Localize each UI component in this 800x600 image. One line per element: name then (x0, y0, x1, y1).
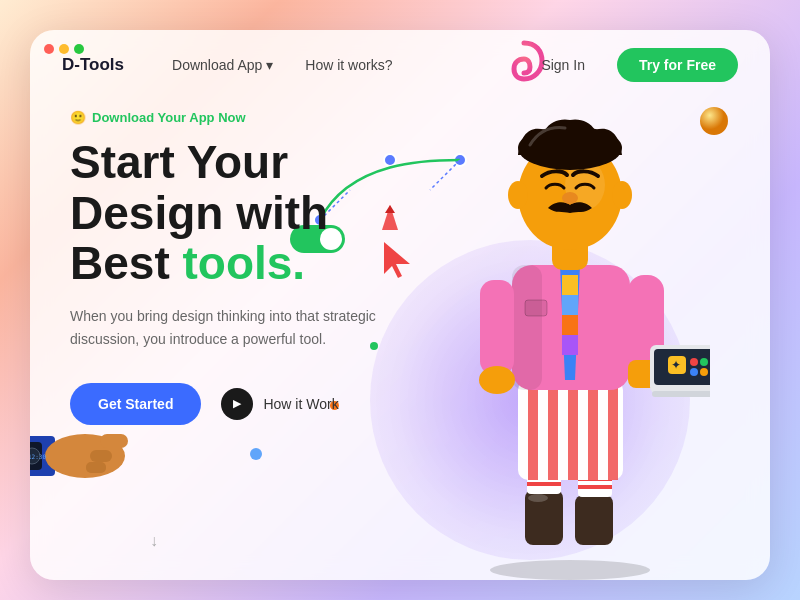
how-it-work-button[interactable]: ▶ How it Work (221, 388, 338, 420)
chevron-down-icon: ▾ (266, 57, 273, 73)
tag-emoji: 🙂 (70, 110, 86, 125)
navbar: D-Tools Download App ▾ How it works? Sig… (30, 30, 770, 100)
svg-rect-15 (86, 462, 106, 473)
svg-rect-40 (562, 315, 578, 335)
sphere-decoration (698, 105, 730, 141)
hero-section: 🙂 Download Your App Now Start Your Desig… (70, 110, 430, 425)
svg-rect-36 (512, 265, 542, 390)
hero-buttons: Get Started ▶ How it Work (70, 383, 430, 425)
svg-point-60 (562, 192, 578, 204)
svg-point-53 (690, 368, 698, 376)
tag-text: Download Your App Now (92, 110, 246, 125)
character-svg: ✦ (430, 80, 710, 580)
svg-rect-41 (562, 335, 578, 355)
svg-point-52 (700, 358, 708, 366)
nav-signin[interactable]: Sign In (541, 57, 585, 73)
svg-text:✦: ✦ (671, 358, 681, 372)
svg-rect-55 (652, 391, 710, 397)
svg-point-46 (479, 366, 515, 394)
character-area: ✦ (400, 60, 740, 580)
svg-rect-25 (527, 482, 561, 486)
down-arrow-decoration: ↓ (150, 532, 158, 550)
svg-rect-32 (568, 380, 578, 480)
nav-download[interactable]: Download App ▾ (172, 57, 273, 73)
svg-rect-31 (548, 380, 558, 480)
play-icon: ▶ (221, 388, 253, 420)
svg-text:12:30: 12:30 (30, 453, 46, 460)
svg-point-61 (508, 181, 528, 209)
nav-howworks[interactable]: How it works? (305, 57, 392, 73)
svg-rect-45 (480, 280, 514, 375)
svg-point-10 (700, 107, 728, 135)
hero-title: Start Your Design with Best tools. (70, 137, 430, 289)
get-started-button[interactable]: Get Started (70, 383, 201, 425)
svg-point-62 (612, 181, 632, 209)
logo: D-Tools (62, 55, 124, 75)
hero-description: When you bring design thinking into that… (70, 305, 380, 351)
svg-point-54 (700, 368, 708, 376)
svg-rect-28 (578, 485, 612, 489)
svg-rect-14 (90, 450, 112, 462)
svg-rect-38 (562, 275, 578, 295)
svg-rect-13 (100, 434, 128, 448)
svg-rect-33 (588, 380, 598, 480)
svg-point-51 (690, 358, 698, 366)
svg-rect-21 (575, 495, 613, 545)
main-card: D-Tools Download App ▾ How it works? Sig… (30, 30, 770, 580)
svg-rect-34 (608, 380, 618, 480)
svg-rect-42 (525, 300, 547, 316)
svg-point-22 (528, 494, 548, 502)
hero-tag: 🙂 Download Your App Now (70, 110, 430, 125)
svg-point-19 (490, 560, 650, 580)
try-for-free-button[interactable]: Try for Free (617, 48, 738, 82)
svg-rect-30 (528, 380, 538, 480)
svg-line-4 (430, 160, 460, 190)
svg-rect-39 (562, 295, 578, 315)
dot-blue-decoration (250, 448, 262, 460)
hand-decoration: 12:30 (30, 416, 130, 500)
